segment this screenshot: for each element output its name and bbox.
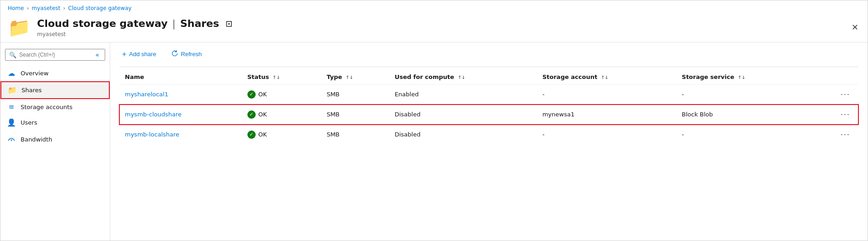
cell-storage-service: Block Blob (676, 105, 811, 125)
shares-table: Name Status ↑↓ Type ↑↓ Used fo (119, 69, 858, 235)
status-ok-badge: ✓OK (247, 131, 316, 139)
table-row[interactable]: mysmb-cloudshare✓OKSMBDisabledmynewsa1Bl… (119, 105, 858, 125)
breadcrumb-sep-2: › (63, 5, 65, 11)
table-row[interactable]: mysmb-localshare✓OKSMBDisabled--··· (119, 125, 858, 145)
add-share-button[interactable]: + Add share (119, 48, 159, 60)
ok-icon: ✓ (247, 131, 256, 139)
cell-storage-account: mynewsa1 (537, 105, 676, 125)
sort-storage-account-icon: ↑↓ (601, 75, 609, 80)
refresh-label: Refresh (181, 51, 202, 58)
toolbar: + Add share Refresh (119, 48, 858, 67)
status-text: OK (258, 131, 267, 138)
status-text: OK (258, 111, 267, 118)
folder-icon: 📁 (8, 18, 31, 37)
col-status[interactable]: Status ↑↓ (242, 69, 321, 84)
collapse-button[interactable]: « (93, 51, 101, 58)
header-left: 📁 Cloud storage gateway | Shares ⊡ myase… (8, 17, 234, 37)
col-storage-service[interactable]: Storage service ↑↓ (676, 69, 811, 84)
sort-status-icon: ↑↓ (273, 75, 280, 80)
sidebar-item-users-label: Users (21, 119, 37, 126)
ok-icon: ✓ (247, 110, 256, 119)
search-input[interactable] (19, 52, 91, 58)
breadcrumb-sep-1: › (27, 5, 29, 11)
breadcrumb-home[interactable]: Home (8, 5, 24, 11)
sort-compute-icon: ↑↓ (458, 75, 466, 80)
ok-icon: ✓ (247, 90, 256, 99)
col-actions (811, 69, 858, 84)
cell-type: SMB (321, 105, 389, 125)
sidebar-item-bandwidth[interactable]: Bandwidth (0, 131, 110, 148)
add-share-label: Add share (129, 51, 156, 58)
cell-name: mysmb-localshare (119, 125, 242, 145)
refresh-icon (171, 50, 178, 58)
header-subtitle: myasetest (37, 31, 234, 37)
cloud-icon: ☁ (7, 69, 16, 78)
folder-nav-icon: 📁 (8, 86, 17, 94)
breadcrumb: Home › myasetest › Cloud storage gateway (0, 0, 868, 14)
cell-name: mysmb-cloudshare (119, 105, 242, 125)
cell-compute: Disabled (389, 105, 537, 125)
breadcrumb-myasetest[interactable]: myasetest (32, 5, 60, 11)
title-separator: | (172, 18, 175, 29)
bandwidth-icon (7, 134, 16, 144)
svg-point-0 (11, 140, 12, 141)
cell-storage-service: - (676, 84, 811, 105)
sidebar-item-shares-label: Shares (21, 87, 42, 94)
title-text: Cloud storage gateway (37, 18, 167, 29)
storage-icon: ≡ (7, 103, 16, 111)
cell-name: mysharelocal1 (119, 84, 242, 105)
refresh-button[interactable]: Refresh (168, 48, 205, 60)
sidebar-item-storage-accounts-label: Storage accounts (21, 104, 73, 110)
close-icon[interactable]: ✕ (850, 21, 860, 34)
cell-status: ✓OK (242, 84, 321, 105)
page-title: Cloud storage gateway | Shares ⊡ (37, 17, 234, 30)
cell-compute: Enabled (389, 84, 537, 105)
col-used-for-compute[interactable]: Used for compute ↑↓ (389, 69, 537, 84)
main-layout: 🔍 « ☁ Overview 📁 Shares ≡ Storage accoun… (0, 42, 868, 241)
search-box[interactable]: 🔍 « (5, 49, 105, 61)
sort-type-icon: ↑↓ (346, 75, 354, 80)
cell-more[interactable]: ··· (811, 125, 858, 145)
col-name: Name (119, 69, 242, 84)
add-icon: + (122, 50, 126, 58)
col-storage-account[interactable]: Storage account ↑↓ (537, 69, 676, 84)
cell-storage-service: - (676, 125, 811, 145)
cell-status: ✓OK (242, 125, 321, 145)
cell-type: SMB (321, 84, 389, 105)
header-title-block: Cloud storage gateway | Shares ⊡ myasete… (37, 17, 234, 37)
sort-storage-service-icon: ↑↓ (738, 75, 745, 80)
sidebar-item-overview-label: Overview (21, 70, 48, 77)
cell-compute: Disabled (389, 125, 537, 145)
status-ok-badge: ✓OK (247, 90, 316, 99)
print-icon[interactable]: ⊡ (224, 17, 234, 30)
cell-storage-account: - (537, 84, 676, 105)
status-ok-badge: ✓OK (247, 110, 316, 119)
main-container: Home › myasetest › Cloud storage gateway… (0, 0, 868, 241)
cell-status: ✓OK (242, 105, 321, 125)
cell-more[interactable]: ··· (811, 105, 858, 125)
sidebar-item-shares[interactable]: 📁 Shares (0, 81, 110, 99)
sidebar: 🔍 « ☁ Overview 📁 Shares ≡ Storage accoun… (0, 42, 110, 241)
page-header: 📁 Cloud storage gateway | Shares ⊡ myase… (0, 14, 868, 42)
more-button[interactable]: ··· (838, 129, 853, 140)
col-type[interactable]: Type ↑↓ (321, 69, 389, 84)
more-button[interactable]: ··· (838, 89, 853, 100)
sidebar-item-users[interactable]: 👤 Users (0, 115, 110, 131)
users-icon: 👤 (7, 118, 16, 127)
sidebar-item-overview[interactable]: ☁ Overview (0, 65, 110, 81)
more-button[interactable]: ··· (838, 109, 853, 120)
search-icon: 🔍 (9, 52, 16, 58)
title-section: Shares (180, 18, 219, 29)
status-text: OK (258, 91, 267, 98)
breadcrumb-cloud-storage-gateway[interactable]: Cloud storage gateway (68, 5, 132, 11)
sidebar-item-bandwidth-label: Bandwidth (21, 136, 52, 143)
cell-type: SMB (321, 125, 389, 145)
cell-storage-account: - (537, 125, 676, 145)
table-row[interactable]: mysharelocal1✓OKSMBEnabled--··· (119, 84, 858, 105)
table-header-row: Name Status ↑↓ Type ↑↓ Used fo (119, 69, 858, 84)
sidebar-item-storage-accounts[interactable]: ≡ Storage accounts (0, 99, 110, 115)
content-area: + Add share Refresh (110, 42, 868, 241)
cell-more[interactable]: ··· (811, 84, 858, 105)
